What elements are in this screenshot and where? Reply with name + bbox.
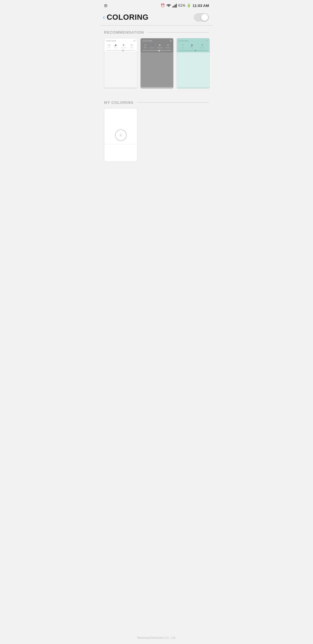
card-settings-dark: ⚙ [170, 40, 172, 42]
card-icon-sound-teal: 🔈 Sound [190, 44, 194, 48]
add-circle: + [115, 129, 127, 141]
recommendation-line [147, 32, 209, 32]
card-top-dark: CLOCK | DATE ⚙ ⊙ Wi-Fi 🔈 Sound ✱ Bluetoo… [141, 38, 173, 52]
card-icon-wifi-teal: ⊙ Wi-Fi [182, 44, 184, 48]
add-coloring-card[interactable]: + [104, 108, 137, 162]
card-slider-teal [179, 50, 208, 51]
card-clock-light: CLOCK | DATE [106, 40, 116, 42]
my-coloring-section-header: MY COLORING [100, 96, 213, 108]
wifi-icon [166, 3, 171, 8]
my-coloring-line [137, 102, 209, 103]
card-icon-sound-dark: 🔈 Sound [150, 44, 154, 48]
card-settings-teal: ⚙ [206, 40, 208, 42]
card-icon-portrait: ◎ Portrait [130, 44, 134, 48]
add-plus-icon: + [119, 132, 123, 138]
status-right: ⏰ 61% 🔋 11:03 AM [161, 3, 209, 8]
theme-card-dark[interactable]: CLOCK | DATE ⚙ ⊙ Wi-Fi 🔈 Sound ✱ Bluetoo… [140, 38, 174, 89]
page-title: COLORING [107, 13, 148, 22]
battery-icon: 🔋 [187, 3, 191, 8]
card-icon-bt: ✱ Bluetooth [121, 44, 126, 48]
card-icons-teal: ⊙ Wi-Fi 🔈 Sound ✱ Bluetooth [179, 43, 208, 49]
theme-card-teal[interactable]: CLOCK | DATE ⚙ ⊙ Wi-Fi 🔈 Sound ✱ Bluetoo… [176, 38, 210, 89]
card-icon-bt-teal: ✱ Bluetooth [200, 44, 205, 48]
recommendation-title: RECOMMENDATION [104, 30, 144, 35]
card-body-light [104, 52, 137, 87]
card-icons-dark: ⊙ Wi-Fi 🔈 Sound ✱ Bluetooth ◎ Portrait [142, 43, 172, 49]
toggle-knob [201, 14, 208, 21]
card-clock-dark: CLOCK | DATE [142, 40, 152, 42]
card-settings-light: ⚙ [134, 40, 135, 42]
card-slider-light [106, 50, 135, 51]
card-icon-portrait-dark: ◎ Portrait [166, 44, 170, 48]
card-icon-bt-dark: ✱ Bluetooth [157, 44, 162, 48]
card-clock-teal: CLOCK | DATE [179, 40, 188, 42]
my-coloring-title: MY COLORING [104, 100, 134, 105]
signal-icon [172, 3, 177, 8]
app-icon: ⊞ [104, 3, 108, 8]
recommendation-section-header: RECOMMENDATION [100, 26, 213, 38]
time-display: 11:03 AM [192, 3, 209, 8]
page-header: ‹ COLORING [100, 10, 213, 25]
card-body-dark [141, 52, 173, 87]
card-slider-dark [142, 50, 172, 51]
battery-percent: 61% [178, 3, 185, 8]
back-button[interactable]: ‹ [103, 14, 105, 21]
card-icon-wifi-dark: ⊙ Wi-Fi [144, 44, 147, 48]
card-icons-light: ⊙ Wi-Fi 🔈 Sound ✱ Bluetooth ◎ Portrait [106, 43, 135, 49]
card-icon-sound: 🔈 Sound [114, 44, 118, 48]
card-body-teal [177, 52, 210, 87]
status-bar: ⊞ ⏰ 61% 🔋 11:03 AM [100, 0, 213, 10]
theme-card-light[interactable]: CLOCK | DATE ⚙ ⊙ Wi-Fi 🔈 Sound ✱ Bluetoo… [104, 38, 137, 89]
card-inner-divider [104, 144, 137, 144]
recommendation-cards: CLOCK | DATE ⚙ ⊙ Wi-Fi 🔈 Sound ✱ Bluetoo… [100, 38, 213, 96]
coloring-toggle[interactable] [194, 13, 209, 21]
alarm-icon: ⏰ [161, 3, 165, 8]
card-top-light: CLOCK | DATE ⚙ ⊙ Wi-Fi 🔈 Sound ✱ Bluetoo… [104, 38, 137, 52]
card-icon-wifi: ⊙ Wi-Fi [108, 44, 110, 48]
header-left: ‹ COLORING [103, 13, 148, 22]
card-top-teal: CLOCK | DATE ⚙ ⊙ Wi-Fi 🔈 Sound ✱ Bluetoo… [177, 38, 210, 52]
status-left: ⊞ [104, 3, 108, 8]
